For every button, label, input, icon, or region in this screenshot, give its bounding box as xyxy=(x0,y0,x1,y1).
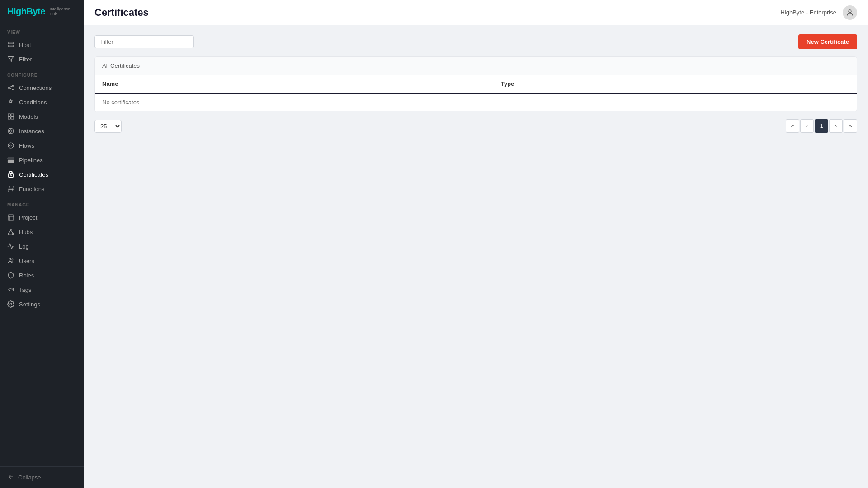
svg-marker-4 xyxy=(8,57,14,62)
page-title: Certificates xyxy=(94,7,149,19)
svg-rect-11 xyxy=(11,114,14,116)
next-page-button[interactable]: › xyxy=(829,119,843,133)
svg-point-20 xyxy=(8,143,14,148)
svg-rect-21 xyxy=(8,158,14,159)
sidebar-item-pipelines-label: Pipelines xyxy=(19,157,43,164)
last-page-button[interactable]: » xyxy=(844,119,857,133)
svg-line-8 xyxy=(9,86,13,88)
sidebar-item-host[interactable]: Host xyxy=(0,38,84,52)
svg-rect-24 xyxy=(8,215,14,220)
certificates-icon xyxy=(7,171,14,178)
flows-icon xyxy=(7,142,14,149)
certificates-table: Name Type No certificates xyxy=(95,75,857,112)
sidebar-item-conditions-label: Conditions xyxy=(19,99,47,106)
table-card: All Certificates Name Type No certificat… xyxy=(94,56,857,112)
sidebar-item-pipelines[interactable]: Pipelines xyxy=(0,153,84,167)
svg-point-34 xyxy=(12,259,13,260)
table-empty-row: No certificates xyxy=(95,93,857,112)
first-page-button[interactable]: « xyxy=(786,119,799,133)
svg-point-33 xyxy=(9,258,11,260)
conditions-icon xyxy=(7,99,14,106)
sidebar: HighByte Intelligence Hub VIEW Host Filt… xyxy=(0,0,84,488)
connections-icon xyxy=(7,84,14,91)
sidebar-item-settings[interactable]: Settings xyxy=(0,297,84,311)
sidebar-item-connections[interactable]: Connections xyxy=(0,80,84,95)
functions-icon xyxy=(7,185,14,192)
users-icon xyxy=(7,257,14,264)
sidebar-item-host-label: Host xyxy=(19,42,31,48)
sidebar-item-users[interactable]: Users xyxy=(0,253,84,268)
per-page-dropdown[interactable]: 25 10 50 100 xyxy=(94,120,122,133)
table-card-header: All Certificates xyxy=(95,57,857,75)
sidebar-item-roles[interactable]: Roles xyxy=(0,268,84,282)
logo-sub: Intelligence Hub xyxy=(50,7,71,17)
sidebar-item-certificates-label: Certificates xyxy=(19,171,48,178)
per-page-select: 25 10 50 100 xyxy=(94,120,122,133)
sidebar-item-instances[interactable]: Instances xyxy=(0,124,84,138)
svg-rect-0 xyxy=(8,42,14,44)
new-certificate-button[interactable]: New Certificate xyxy=(798,34,857,49)
collapse-button[interactable]: Collapse xyxy=(0,466,84,488)
filter-icon xyxy=(7,56,14,63)
sidebar-item-certificates[interactable]: Certificates xyxy=(0,167,84,182)
sidebar-item-filter-label: Filter xyxy=(19,56,32,63)
sidebar-item-project-label: Project xyxy=(19,214,37,221)
instances-icon xyxy=(7,127,14,135)
log-icon xyxy=(7,243,14,250)
svg-point-2 xyxy=(9,43,9,43)
svg-rect-10 xyxy=(8,114,10,116)
sidebar-item-flows[interactable]: Flows xyxy=(0,138,84,153)
sidebar-item-flows-label: Flows xyxy=(19,142,34,149)
empty-message: No certificates xyxy=(95,93,857,112)
current-page-button[interactable]: 1 xyxy=(815,119,828,133)
svg-point-35 xyxy=(12,289,13,290)
col-name: Name xyxy=(95,75,494,93)
sidebar-item-functions[interactable]: Functions xyxy=(0,182,84,196)
svg-line-31 xyxy=(11,230,13,234)
hubs-icon xyxy=(7,228,14,235)
svg-point-36 xyxy=(10,303,12,305)
sidebar-item-conditions[interactable]: Conditions xyxy=(0,95,84,109)
sidebar-item-models-label: Models xyxy=(19,113,38,120)
svg-line-30 xyxy=(9,230,11,234)
project-icon xyxy=(7,214,14,221)
sidebar-item-project[interactable]: Project xyxy=(0,210,84,225)
sidebar-item-hubs[interactable]: Hubs xyxy=(0,225,84,239)
sidebar-item-connections-label: Connections xyxy=(19,84,52,91)
view-section-label: VIEW xyxy=(0,23,84,38)
svg-line-9 xyxy=(9,88,13,89)
sidebar-item-models[interactable]: Models xyxy=(0,109,84,124)
sidebar-item-filter[interactable]: Filter xyxy=(0,52,84,66)
svg-rect-1 xyxy=(8,45,14,47)
server-icon xyxy=(7,41,14,48)
filter-input[interactable] xyxy=(94,35,194,48)
roles-icon xyxy=(7,272,14,279)
svg-point-14 xyxy=(9,130,12,132)
user-avatar[interactable] xyxy=(843,5,857,20)
svg-rect-23 xyxy=(8,161,14,162)
sidebar-item-log-label: Log xyxy=(19,243,29,250)
toolbar-row: New Certificate xyxy=(94,34,857,49)
svg-rect-22 xyxy=(8,160,14,160)
svg-rect-13 xyxy=(11,117,14,119)
prev-page-button[interactable]: ‹ xyxy=(800,119,814,133)
logo-area: HighByte Intelligence Hub xyxy=(0,0,84,23)
configure-section-label: CONFIGURE xyxy=(0,66,84,80)
topbar: Certificates HighByte - Enterprise xyxy=(84,0,868,25)
table-header-row: Name Type xyxy=(95,75,857,93)
pagination-controls: « ‹ 1 › » xyxy=(786,119,857,133)
settings-icon xyxy=(7,300,14,308)
sidebar-item-instances-label: Instances xyxy=(19,128,44,135)
topbar-right: HighByte - Enterprise xyxy=(780,5,857,20)
svg-rect-12 xyxy=(8,117,10,119)
tags-icon xyxy=(7,286,14,293)
sidebar-item-functions-label: Functions xyxy=(19,186,44,192)
manage-section-label: MANAGE xyxy=(0,196,84,210)
pipelines-icon xyxy=(7,156,14,164)
col-type: Type xyxy=(494,75,857,93)
svg-point-3 xyxy=(9,46,9,46)
models-icon xyxy=(7,113,14,120)
sidebar-item-tags[interactable]: Tags xyxy=(0,282,84,297)
sidebar-item-log[interactable]: Log xyxy=(0,239,84,253)
sidebar-item-users-label: Users xyxy=(19,258,34,264)
